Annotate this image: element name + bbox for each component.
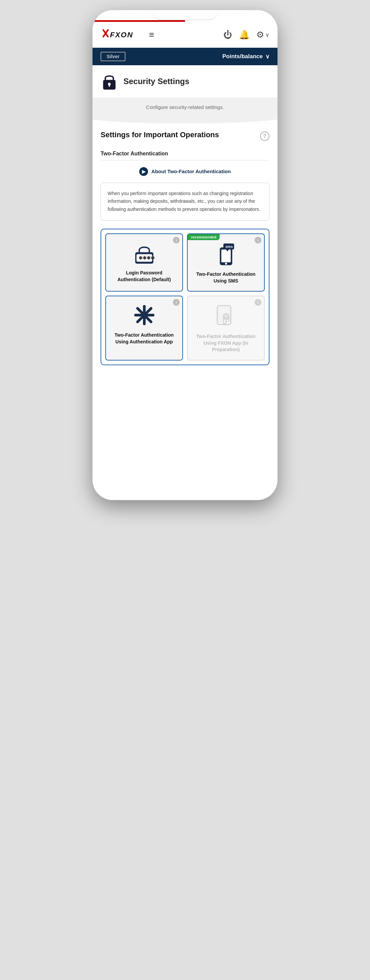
auth-card-info-sms[interactable]: i	[255, 237, 262, 243]
main-content: Settings for Important Operations ? Two-…	[92, 117, 278, 373]
svg-text:sms: sms	[225, 245, 233, 248]
points-balance-label: Points/balance	[222, 53, 263, 60]
auth-card-fxon-app[interactable]: i Two-Factor Authentication Using FXON A…	[187, 296, 265, 361]
auth-card-title-app: Two-Factor Authentication Using Authenti…	[111, 332, 177, 345]
phone-notch	[152, 10, 218, 20]
points-chevron-icon: ∨	[265, 53, 270, 60]
phone-frame: FXON ≡ ⏻ 🔔 ⚙ ∨ Silver Points/balance ∨	[92, 10, 278, 500]
subtitle-card: Configure security-related settings.	[92, 97, 278, 117]
points-balance-button[interactable]: Points/balance ∨	[222, 53, 270, 60]
auth-card-title-login: Login Password Authentication (Default)	[111, 270, 177, 283]
power-icon[interactable]: ⏻	[223, 30, 232, 40]
auth-card-info-app[interactable]: i	[173, 299, 180, 306]
auth-card-auth-app[interactable]: i Two-Factor Authentication Using Authen…	[105, 296, 183, 361]
hamburger-icon[interactable]: ≡	[149, 30, 154, 40]
svg-point-11	[225, 262, 227, 265]
auth-card-info-login[interactable]: i	[173, 237, 180, 243]
subtitle-text: Configure security-related settings.	[100, 104, 270, 110]
two-factor-label: Two-Factor Authentication	[100, 151, 270, 157]
auth-grid-outer: i ✱✱✱✱ Login Password Authentication (De…	[100, 229, 270, 365]
svg-rect-10	[221, 250, 231, 262]
auth-card-info-fxon[interactable]: i	[255, 299, 262, 306]
auth-card-login-password[interactable]: i ✱✱✱✱ Login Password Authentication (De…	[105, 234, 183, 291]
description-box: When you perform important operations su…	[100, 183, 270, 221]
logo-area: FXON ≡	[100, 28, 154, 41]
about-link-row[interactable]: ▶ About Two-Factor Authentication	[100, 167, 270, 176]
lock-svg	[101, 73, 117, 90]
auth-card-title-fxon: Two-Factor Authentication Using FXON App…	[193, 333, 259, 353]
security-lock-icon	[100, 73, 118, 90]
page-title: Security Settings	[123, 77, 189, 86]
about-link-icon: ▶	[139, 167, 148, 176]
chevron-down-icon: ∨	[265, 32, 270, 38]
points-bar: Silver Points/balance ∨	[92, 48, 278, 65]
app-header: FXON ≡ ⏻ 🔔 ⚙ ∨	[92, 22, 278, 48]
bell-icon[interactable]: 🔔	[239, 30, 250, 40]
auth-app-icon	[132, 303, 156, 327]
svg-text:✱✱✱✱: ✱✱✱✱	[139, 255, 155, 261]
divider	[100, 160, 270, 161]
recommended-badge: recommended	[188, 234, 220, 240]
auth-grid: i ✱✱✱✱ Login Password Authentication (De…	[105, 234, 265, 361]
description-text: When you perform important operations su…	[108, 190, 262, 213]
lock-password-icon: ✱✱✱✱	[129, 241, 159, 265]
silver-badge: Silver	[100, 52, 126, 61]
page-header: Security Settings	[92, 65, 278, 97]
gear-settings[interactable]: ⚙ ∨	[256, 30, 270, 40]
svg-text:FXON: FXON	[110, 30, 133, 39]
about-link-text: About Two-Factor Authentication	[152, 169, 231, 174]
auth-card-sms[interactable]: recommended i sms Two-Factor Authenticat…	[187, 234, 265, 291]
auth-card-title-sms: Two-Factor Authentication Using SMS	[193, 271, 259, 284]
section-info-icon[interactable]: ?	[260, 132, 270, 141]
section-title: Settings for Important Operations	[100, 130, 219, 140]
gear-icon: ⚙	[256, 30, 264, 40]
fxon-app-icon	[214, 303, 238, 329]
sms-phone-icon: sms	[214, 241, 238, 266]
fxon-logo: FXON	[100, 28, 141, 41]
svg-rect-5	[108, 84, 110, 87]
header-right: ⏻ 🔔 ⚙ ∨	[223, 30, 270, 40]
